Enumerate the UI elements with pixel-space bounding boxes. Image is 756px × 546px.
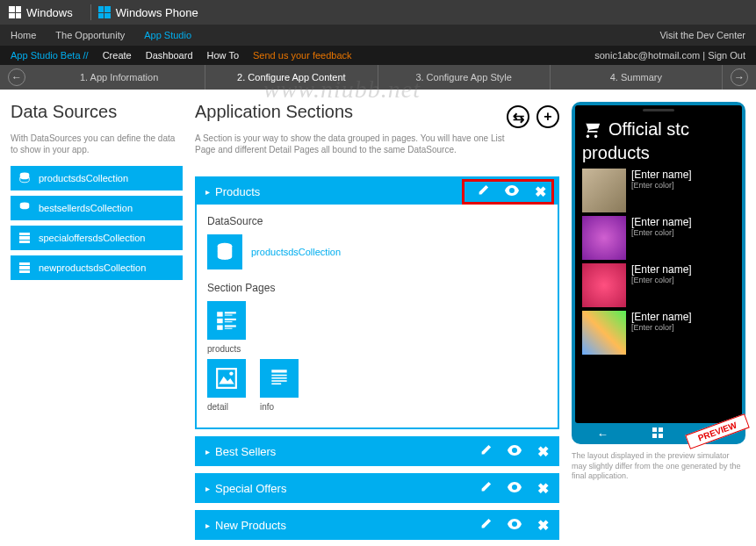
datasource-reference[interactable]: productsdsCollection <box>207 234 547 269</box>
nav-feedback[interactable]: Send us your feedback <box>253 50 352 61</box>
chevron-right-icon: ▸ <box>205 521 210 530</box>
datasource-item-products[interactable]: productsdsCollection <box>11 166 183 190</box>
windows-phone-link[interactable]: Windows Phone <box>98 6 198 19</box>
svg-rect-5 <box>225 315 233 316</box>
datasource-item-specialoffers[interactable]: specialoffersdsCollection <box>11 226 183 250</box>
datasource-label: DataSource <box>207 215 547 227</box>
svg-rect-12 <box>217 369 236 388</box>
refresh-button[interactable]: ⇆ <box>507 105 529 128</box>
delete-button[interactable]: ✖ <box>537 517 549 534</box>
section-bestsellers-header[interactable]: ▸Best Sellers ✖ <box>197 438 558 464</box>
svg-rect-4 <box>225 312 236 313</box>
brand-label: App Studio Beta // <box>11 50 89 61</box>
next-step-button[interactable]: → <box>723 65 756 90</box>
preview-panel: Official stc products [Enter name][Enter… <box>572 102 745 537</box>
image-page-icon <box>207 359 246 398</box>
section-products: ▸Products ✖ DataSource productsdsCollect… <box>195 176 559 429</box>
step-3[interactable]: 3. Configure App Style <box>378 65 551 90</box>
svg-marker-13 <box>219 377 234 384</box>
edit-button[interactable] <box>477 184 489 199</box>
list-icon <box>18 261 32 275</box>
product-thumb <box>582 169 626 212</box>
product-list-item[interactable]: [Enter name][Enter color] <box>582 263 735 307</box>
preview-button[interactable] <box>505 185 519 198</box>
divider <box>90 4 91 20</box>
cart-icon <box>582 120 601 140</box>
section-bestsellers: ▸Best Sellers ✖ <box>195 436 559 466</box>
arrow-left-icon: ← <box>8 68 25 86</box>
main-nav: Home The Opportunity App Studio Visit th… <box>0 25 756 46</box>
edit-button[interactable] <box>479 481 492 496</box>
product-color: [Enter color] <box>631 228 692 237</box>
edit-button[interactable] <box>479 518 492 533</box>
nav-app-studio[interactable]: App Studio <box>144 30 191 40</box>
section-specialoffers-header[interactable]: ▸Special Offers ✖ <box>197 475 558 501</box>
step-2[interactable]: 2. Configure App Content <box>205 65 378 90</box>
preview-button[interactable] <box>508 482 522 495</box>
delete-button[interactable]: ✖ <box>535 183 546 200</box>
nav-create[interactable]: Create <box>103 50 132 61</box>
step-4[interactable]: 4. Summary <box>551 65 723 90</box>
section-newproducts-header[interactable]: ▸New Products ✖ <box>197 512 558 538</box>
svg-rect-6 <box>217 319 223 323</box>
svg-rect-9 <box>217 325 223 329</box>
sections-panel: Application Sections A Section is your w… <box>195 102 559 537</box>
page-tile-detail[interactable]: detail <box>207 359 246 412</box>
section-products-label: Products <box>215 185 260 198</box>
list-page-icon <box>207 301 246 340</box>
svg-rect-20 <box>652 427 657 432</box>
step-1[interactable]: 1. App Information <box>33 65 205 90</box>
nav-howto[interactable]: How To <box>207 50 239 61</box>
edit-button[interactable] <box>479 444 492 459</box>
add-section-button[interactable]: + <box>536 105 559 128</box>
datasource-item-newproducts[interactable]: newproductsdsCollection <box>11 255 183 280</box>
delete-button[interactable]: ✖ <box>537 443 549 460</box>
data-sources-desc: With DataSources you can define the data… <box>11 133 183 155</box>
sections-desc: A Section is your way to show the data g… <box>195 133 507 155</box>
product-list-item[interactable]: [Enter name][Enter color] <box>582 311 735 355</box>
preview-button[interactable] <box>508 445 522 458</box>
sections-title: Application Sections <box>195 102 507 122</box>
svg-rect-11 <box>225 328 233 329</box>
windows-logo-icon <box>9 6 21 18</box>
product-name: [Enter name] <box>631 169 692 181</box>
text-page-icon <box>260 359 299 398</box>
page-tile-label: products <box>207 344 241 354</box>
product-thumb <box>582 216 626 260</box>
delete-button[interactable]: ✖ <box>537 480 549 497</box>
product-color: [Enter color] <box>631 276 692 284</box>
product-list-item[interactable]: [Enter name][Enter color] <box>582 169 735 212</box>
preview-button[interactable] <box>508 519 522 532</box>
phone-frame: Official stc products [Enter name][Enter… <box>572 102 745 444</box>
plus-icon: + <box>544 109 551 125</box>
svg-rect-23 <box>659 434 663 438</box>
prev-step-button[interactable]: ← <box>0 65 33 90</box>
app-subtitle: products <box>582 143 735 163</box>
windows-phone-label: Windows Phone <box>116 6 198 19</box>
svg-rect-19 <box>271 383 281 384</box>
back-icon[interactable]: ← <box>597 427 608 441</box>
nav-home[interactable]: Home <box>11 30 36 40</box>
section-products-header[interactable]: ▸Products ✖ <box>197 178 558 205</box>
datasource-item-bestseller[interactable]: bestsellerdsCollection <box>11 196 183 220</box>
list-icon <box>18 231 32 245</box>
product-name: [Enter name] <box>631 216 692 228</box>
datasource-label: newproductsdsCollection <box>39 262 146 273</box>
page-tile-products[interactable]: products <box>207 301 246 354</box>
section-label: Best Sellers <box>215 445 276 458</box>
visit-dev-center-link[interactable]: Visit the Dev Center <box>659 30 745 40</box>
home-icon[interactable] <box>652 427 664 442</box>
nav-dashboard[interactable]: Dashboard <box>146 50 193 61</box>
section-pages-label: Section Pages <box>207 282 547 294</box>
windows-link[interactable]: Windows <box>9 6 73 19</box>
product-color: [Enter color] <box>631 181 692 190</box>
section-controls-highlight: ✖ <box>462 179 554 205</box>
product-list-item[interactable]: [Enter name][Enter color] <box>582 216 735 260</box>
nav-opportunity[interactable]: The Opportunity <box>55 30 125 40</box>
database-tile-icon <box>207 234 242 269</box>
windows-phone-logo-icon <box>98 6 111 18</box>
product-thumb <box>582 263 626 307</box>
page-tile-info[interactable]: info <box>260 359 299 412</box>
sign-out-link[interactable]: Sign Out <box>708 50 745 61</box>
svg-rect-10 <box>225 325 236 327</box>
